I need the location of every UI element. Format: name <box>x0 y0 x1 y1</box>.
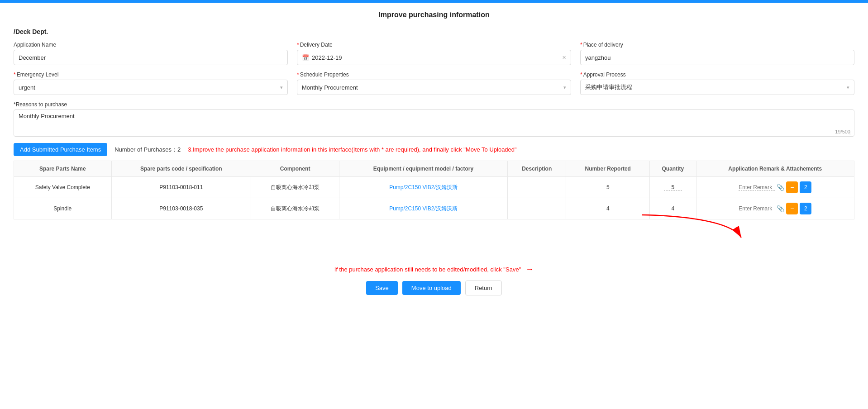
col-quantity: Quantity <box>650 161 696 177</box>
resize-handle[interactable]: ⟘ <box>849 131 853 135</box>
footer-hint-text: If the purchase application still needs … <box>334 266 521 273</box>
cell-code-0: P91103-0018-011 <box>111 177 251 198</box>
quantity-input-0[interactable] <box>664 184 682 191</box>
table-section: Add Submitted Purchase Items Number of P… <box>0 143 868 219</box>
place-of-delivery-label: *Place of delivery <box>580 42 854 48</box>
num-badge-0[interactable]: 2 <box>800 181 811 193</box>
place-of-delivery-input[interactable] <box>580 50 854 65</box>
cell-component-1: 自吸离心海水冷却泵 <box>251 198 339 219</box>
reasons-to-purchase-field: *Reasons to purchase Monthly Procurement… <box>14 101 854 137</box>
arrow-svg <box>637 210 755 247</box>
cell-description-0 <box>507 177 566 198</box>
col-equipment: Equipment / equipment model / factory <box>339 161 508 177</box>
clear-date-icon[interactable]: ✕ <box>562 55 566 61</box>
application-name-field: Application Name <box>14 42 288 65</box>
delivery-date-field: *Delivery Date 📅 2022-12-19 ✕ <box>297 42 571 65</box>
return-button[interactable]: Return <box>465 281 502 295</box>
emergency-level-label: *Emergency Level <box>14 71 288 78</box>
application-name-input[interactable] <box>14 50 288 65</box>
move-to-upload-button[interactable]: Move to upload <box>402 281 461 295</box>
col-code: Spare parts code / specification <box>111 161 251 177</box>
col-component: Component <box>251 161 339 177</box>
cell-number-reported-0: 5 <box>566 177 650 198</box>
calendar-icon: 📅 <box>302 54 309 61</box>
footer-buttons: Save Move to upload Return <box>14 281 854 295</box>
reasons-value: Monthly Procurement <box>19 113 75 119</box>
cell-code-1: P91103-0018-035 <box>111 198 251 219</box>
approval-process-field: *Approval Process 采购申请审批流程 ▾ <box>580 71 854 95</box>
minus-button-1[interactable]: − <box>786 203 798 214</box>
chevron-down-icon-2: ▾ <box>563 85 566 90</box>
schedule-properties-field: *Schedule Properties Monthly Procurement… <box>297 71 571 95</box>
schedule-properties-label: *Schedule Properties <box>297 71 571 78</box>
cell-component-0: 自吸离心海水冷却泵 <box>251 177 339 198</box>
col-remark: Application Remark & Attachements <box>696 161 854 177</box>
cell-quantity-0[interactable] <box>650 177 696 198</box>
number-of-purchases: Number of Purchases：2 <box>114 146 181 154</box>
instruction-text: 3.Improve the purchase application infor… <box>188 146 854 153</box>
emergency-level-field: *Emergency Level urgent ▾ <box>14 71 288 95</box>
cell-spare-parts-name-0: Safety Valve Complete <box>14 177 112 198</box>
application-name-label: Application Name <box>14 42 288 48</box>
emergency-level-value: urgent <box>19 84 35 91</box>
cell-equipment-1: Pump/2C150 VIB2/汉姆沃斯 <box>339 198 508 219</box>
table-header-row: Spare Parts Name Spare parts code / spec… <box>14 161 854 177</box>
reasons-label: *Reasons to purchase <box>14 101 854 108</box>
cell-description-1 <box>507 198 566 219</box>
remark-input-0[interactable] <box>739 184 775 191</box>
chevron-down-icon: ▾ <box>280 85 283 90</box>
bottom-area: If the purchase application still needs … <box>0 219 868 304</box>
page-title: Improve purchasing information <box>0 3 868 24</box>
col-spare-parts-name: Spare Parts Name <box>14 161 112 177</box>
arrow-right-icon: → <box>525 265 534 274</box>
delivery-date-box[interactable]: 📅 2022-12-19 ✕ <box>297 50 571 65</box>
char-count: 19/500 <box>835 129 850 134</box>
attach-button-0[interactable]: 📎 <box>777 184 784 191</box>
save-button[interactable]: Save <box>366 281 398 295</box>
place-of-delivery-field: *Place of delivery <box>580 42 854 65</box>
reasons-textarea[interactable]: Monthly Procurement 19/500 ⟘ <box>14 109 854 137</box>
delivery-date-label: *Delivery Date <box>297 42 571 48</box>
dept-label: /Deck Dept. <box>14 28 854 35</box>
minus-button-0[interactable]: − <box>786 181 798 193</box>
attach-button-1[interactable]: 📎 <box>777 205 784 212</box>
emergency-level-select[interactable]: urgent ▾ <box>14 80 288 95</box>
approval-process-value: 采购申请审批流程 <box>585 83 632 91</box>
schedule-properties-value: Monthly Procurement <box>302 84 358 91</box>
schedule-properties-select[interactable]: Monthly Procurement ▾ <box>297 80 571 95</box>
approval-process-label: *Approval Process <box>580 71 854 78</box>
add-submitted-purchase-items-button[interactable]: Add Submitted Purchase Items <box>14 143 107 156</box>
footer-hint-row: If the purchase application still needs … <box>14 265 854 274</box>
approval-process-select[interactable]: 采购申请审批流程 ▾ <box>580 80 854 95</box>
chevron-down-icon-3: ▾ <box>847 85 849 90</box>
delivery-date-value: 2022-12-19 <box>312 54 342 61</box>
col-description: Description <box>507 161 566 177</box>
cell-remark-0: 📎 − 2 <box>696 177 854 198</box>
col-number-reported: Number Reported <box>566 161 650 177</box>
cell-equipment-0: Pump/2C150 VIB2/汉姆沃斯 <box>339 177 508 198</box>
cell-spare-parts-name-1: Spindle <box>14 198 112 219</box>
table-toolbar: Add Submitted Purchase Items Number of P… <box>14 143 854 156</box>
num-badge-1[interactable]: 2 <box>800 203 811 214</box>
table-row: Safety Valve Complete P91103-0018-011 自吸… <box>14 177 854 198</box>
